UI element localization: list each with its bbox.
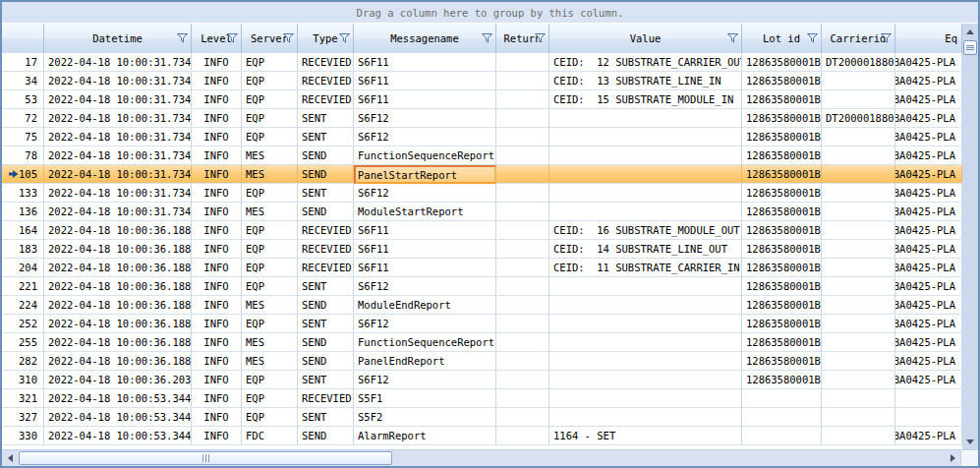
cell-type[interactable]: RECEVIED [298, 72, 354, 89]
cell-row-indicator[interactable]: 321 [2, 389, 44, 407]
cell-lotid[interactable]: 12863580001B [742, 352, 822, 370]
cell-equipment[interactable]: BA0425-PLA [895, 259, 962, 276]
cell-equipment[interactable]: BA0425-PLA [895, 427, 962, 444]
cell-level[interactable]: INFO [192, 109, 242, 127]
cell-lotid[interactable]: 12863580001B [742, 53, 822, 71]
cell-level[interactable]: INFO [192, 128, 242, 146]
cell-server[interactable]: MES [242, 203, 298, 220]
scroll-right-button[interactable] [945, 450, 960, 467]
cell-ret[interactable] [496, 90, 549, 108]
cell-ret[interactable] [496, 53, 549, 71]
cell-carrierid[interactable]: DT200001880 [822, 109, 895, 127]
cell-message[interactable]: S6F12 [354, 109, 496, 127]
cell-message[interactable]: S6F11 [354, 72, 496, 89]
cell-row-indicator[interactable]: 183 [2, 240, 44, 258]
cell-message[interactable]: S6F12 [354, 184, 496, 202]
cell-equipment[interactable] [895, 408, 962, 426]
cell-carrierid[interactable]: DT200001880 [822, 53, 895, 71]
cell-server[interactable]: EQP [242, 408, 298, 426]
cell-level[interactable]: INFO [192, 72, 242, 89]
table-row[interactable]: 3272022-04-18 10:00:53.344INFOEQPSENTS5F… [2, 408, 962, 427]
cell-server[interactable]: MES [242, 352, 298, 370]
table-row[interactable]: 2042022-04-18 10:00:36.188INFOEQPRECEVIE… [2, 259, 962, 277]
cell-message[interactable]: S5F1 [354, 389, 496, 407]
cell-ret[interactable] [496, 221, 549, 239]
column-header-carrierid[interactable]: Carrierid [822, 24, 895, 53]
cell-lotid[interactable] [742, 408, 822, 426]
cell-datetime[interactable]: 2022-04-18 10:00:53.344 [44, 408, 192, 426]
cell-datetime[interactable]: 2022-04-18 10:00:31.734 [44, 184, 192, 202]
cell-level[interactable]: INFO [192, 53, 242, 71]
column-header-ret[interactable]: Return [496, 24, 549, 53]
cell-row-indicator[interactable]: 282 [2, 352, 44, 370]
cell-value[interactable] [549, 165, 742, 183]
cell-type[interactable]: SENT [298, 371, 354, 388]
filter-funnel-icon[interactable] [227, 33, 238, 43]
cell-row-indicator[interactable]: 252 [2, 315, 44, 332]
cell-datetime[interactable]: 2022-04-18 10:00:31.734 [44, 53, 192, 71]
cell-type[interactable]: SEND [298, 165, 354, 183]
cell-lotid[interactable]: 12863580001B [742, 371, 822, 388]
cell-ret[interactable] [496, 165, 549, 183]
cell-lotid[interactable]: 12863580001B [742, 221, 822, 239]
cell-level[interactable]: INFO [192, 90, 242, 108]
cell-message[interactable]: AlarmReport [354, 427, 496, 444]
table-row[interactable]: 2212022-04-18 10:00:36.188INFOEQPSENTS6F… [2, 277, 962, 296]
cell-ret[interactable] [496, 128, 549, 146]
cell-value[interactable]: CEID: 11 SUBSTRATE_CARRIER_IN [549, 259, 742, 276]
table-row[interactable]: 1052022-04-18 10:00:31.734INFOMESSENDPan… [2, 165, 962, 184]
cell-message[interactable]: S6F11 [354, 240, 496, 258]
cell-level[interactable]: INFO [192, 146, 242, 164]
cell-message[interactable]: S6F11 [354, 221, 496, 239]
cell-lotid[interactable]: 12863580001B [742, 184, 822, 202]
cell-datetime[interactable]: 2022-04-18 10:00:31.734 [44, 203, 192, 220]
cell-value[interactable]: CEID: 16 SUBSTRATE_MODULE_OUT [549, 221, 742, 239]
cell-level[interactable]: INFO [192, 389, 242, 407]
table-row[interactable]: 3302022-04-18 10:00:53.344INFOFDCSENDAla… [2, 427, 962, 445]
cell-message[interactable]: PanelStartReport [354, 165, 496, 184]
table-row[interactable]: 532022-04-18 10:00:31.734INFOEQPRECEVIED… [2, 90, 962, 109]
table-row[interactable]: 2522022-04-18 10:00:36.188INFOEQPSENTS6F… [2, 315, 962, 333]
cell-value[interactable] [549, 296, 742, 314]
table-row[interactable]: 1642022-04-18 10:00:36.188INFOEQPRECEVIE… [2, 221, 962, 240]
cell-ret[interactable] [496, 371, 549, 388]
cell-carrierid[interactable] [822, 333, 895, 351]
cell-type[interactable]: SEND [298, 427, 354, 444]
cell-message[interactable]: FunctionSequenceReport [354, 146, 496, 164]
cell-lotid[interactable]: 12863580001B [742, 315, 822, 332]
cell-ret[interactable] [496, 333, 549, 351]
cell-type[interactable]: RECEVIED [298, 221, 354, 239]
cell-carrierid[interactable] [822, 203, 895, 220]
cell-message[interactable]: ModuleStartReport [354, 203, 496, 220]
cell-datetime[interactable]: 2022-04-18 10:00:31.734 [44, 146, 192, 164]
cell-carrierid[interactable] [822, 165, 895, 183]
cell-carrierid[interactable] [822, 90, 895, 108]
cell-row-indicator[interactable]: 310 [2, 371, 44, 388]
cell-datetime[interactable]: 2022-04-18 10:00:36.188 [44, 277, 192, 295]
column-header-datetime[interactable]: Datetime [44, 24, 192, 53]
cell-row-indicator[interactable]: 133 [2, 184, 44, 202]
cell-type[interactable]: SENT [298, 277, 354, 295]
cell-lotid[interactable]: 12863580001B [742, 90, 822, 108]
scroll-left-button[interactable] [2, 450, 18, 467]
cell-ret[interactable] [496, 315, 549, 332]
cell-row-indicator[interactable]: 34 [2, 72, 44, 89]
filter-funnel-icon[interactable] [339, 33, 350, 43]
cell-datetime[interactable]: 2022-04-18 10:00:36.188 [44, 240, 192, 258]
cell-ret[interactable] [496, 277, 549, 295]
cell-row-indicator[interactable]: 53 [2, 90, 44, 108]
column-header-message[interactable]: Messagename [354, 24, 496, 53]
filter-funnel-icon[interactable] [283, 33, 294, 43]
table-row[interactable]: 782022-04-18 10:00:31.734INFOMESSENDFunc… [2, 146, 962, 165]
group-by-panel[interactable]: Drag a column here to group by this colu… [2, 2, 978, 24]
cell-server[interactable]: MES [242, 333, 298, 351]
cell-type[interactable]: RECEVIED [298, 389, 354, 407]
cell-type[interactable]: SENT [298, 128, 354, 146]
table-row[interactable]: 1332022-04-18 10:00:31.734INFOEQPSENTS6F… [2, 184, 962, 203]
cell-datetime[interactable]: 2022-04-18 10:00:31.734 [44, 72, 192, 89]
table-row[interactable]: 722022-04-18 10:00:31.734INFOEQPSENTS6F1… [2, 109, 962, 128]
filter-funnel-icon[interactable] [177, 33, 188, 43]
cell-server[interactable]: EQP [242, 90, 298, 108]
cell-carrierid[interactable] [822, 296, 895, 314]
column-header-type[interactable]: Type [298, 24, 354, 53]
